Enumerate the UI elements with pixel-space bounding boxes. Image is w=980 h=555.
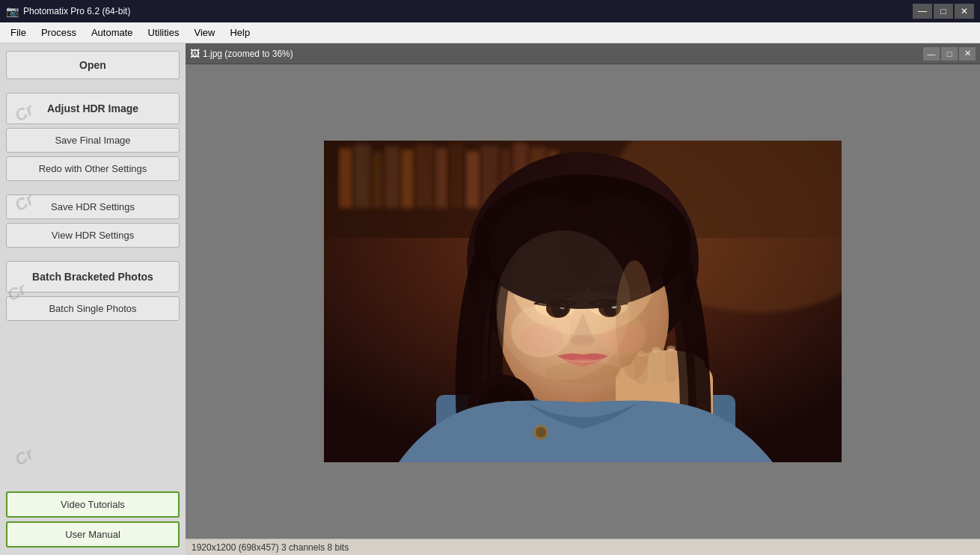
menu-view[interactable]: View [186,24,222,41]
image-area: 🖼 1.jpg (zoomed to 36%) — □ ✕ [186,43,980,555]
save-hdr-settings-button[interactable]: Save HDR Settings [6,194,180,219]
image-close-button[interactable]: ✕ [959,47,976,61]
adjust-hdr-button[interactable]: Adjust HDR Image [6,93,180,124]
title-bar-left: 📷 Photomatix Pro 6.2 (64-bit) [6,5,130,17]
svg-rect-6 [401,150,414,208]
svg-rect-38 [650,350,663,383]
svg-rect-3 [354,144,370,208]
image-canvas [186,64,980,539]
user-manual-button[interactable]: User Manual [6,521,180,548]
status-bar: 1920x1200 (698x457) 3 channels 8 bits [186,539,980,555]
batch-single-button[interactable]: Batch Single Photos [6,296,180,321]
image-window-controls: — □ ✕ [923,47,976,61]
svg-rect-7 [415,145,434,208]
image-window-titlebar: 🖼 1.jpg (zoomed to 36%) — □ ✕ [186,43,980,64]
image-restore-button[interactable]: □ [941,47,958,61]
svg-rect-10 [466,151,480,208]
close-button[interactable]: ✕ [955,4,974,19]
image-icon: 🖼 [190,48,200,59]
menu-utilities[interactable]: Utilities [141,24,187,41]
batch-bracketed-button[interactable]: Batch Bracketed Photos [6,261,180,292]
svg-rect-9 [449,144,465,208]
image-window: 🖼 1.jpg (zoomed to 36%) — □ ✕ [186,43,980,539]
menu-help[interactable]: Help [222,24,257,41]
image-minimize-button[interactable]: — [923,47,940,61]
menu-process[interactable]: Process [34,24,84,41]
svg-rect-2 [339,148,352,208]
video-tutorials-button[interactable]: Video Tutorials [6,491,180,518]
redo-button[interactable]: Redo with Other Settings [6,156,180,181]
maximize-button[interactable]: □ [934,4,953,19]
svg-rect-5 [385,147,399,208]
svg-point-54 [536,427,546,438]
image-window-title-text: 1.jpg (zoomed to 36%) [203,49,293,59]
svg-point-44 [667,346,676,352]
menu-bar: File Process Automate Utilities View Hel… [0,22,980,43]
menu-automate[interactable]: Automate [84,24,141,41]
menu-file[interactable]: File [3,24,34,41]
svg-rect-8 [435,148,447,208]
svg-rect-39 [665,349,677,383]
svg-point-59 [496,230,631,380]
app-icon: 📷 [6,5,19,17]
view-hdr-settings-button[interactable]: View HDR Settings [6,223,180,248]
status-text: 1920x1200 (698x457) 3 channels 8 bits [192,542,349,553]
sidebar: Cr Cr Cr Cr Open Adjust HDR Image Save F… [0,43,186,555]
svg-point-43 [652,347,661,353]
image-window-title-area: 🖼 1.jpg (zoomed to 36%) [190,48,293,59]
open-button[interactable]: Open [6,51,180,79]
main-content: Cr Cr Cr Cr Open Adjust HDR Image Save F… [0,43,980,555]
svg-rect-4 [372,152,383,208]
save-final-button[interactable]: Save Final Image [6,128,180,153]
title-bar: 📷 Photomatix Pro 6.2 (64-bit) — □ ✕ [0,0,980,22]
portrait-image [324,141,842,462]
app-title: Photomatix Pro 6.2 (64-bit) [23,6,130,16]
title-bar-controls: — □ ✕ [913,4,974,19]
minimize-button[interactable]: — [913,4,932,19]
